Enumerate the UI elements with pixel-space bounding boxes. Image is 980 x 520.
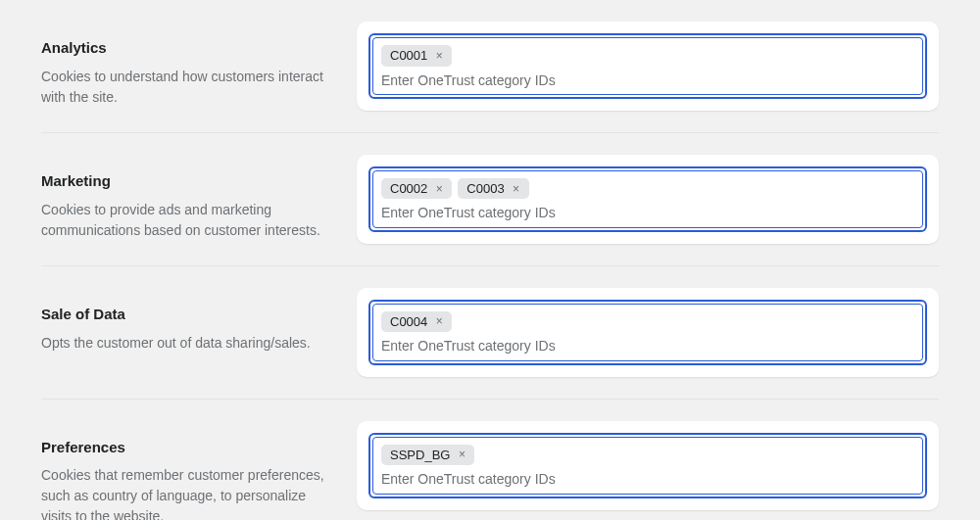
section-info: Sale of Data Opts the customer out of da… [41, 288, 325, 354]
tag: C0004 × [381, 311, 452, 333]
tag-input-focus-ring: C0002 × C0003 × [368, 166, 927, 232]
tag-remove-icon[interactable]: × [432, 49, 446, 63]
section-title: Sale of Data [41, 304, 325, 325]
tag-input-field[interactable] [381, 469, 914, 487]
section-info: Analytics Cookies to understand how cust… [41, 22, 325, 108]
section-sale-of-data: Sale of Data Opts the customer out of da… [41, 266, 939, 400]
tag: C0003 × [458, 178, 528, 200]
onetrust-category-settings: Analytics Cookies to understand how cust… [0, 0, 980, 520]
section-card: C0001 × [357, 22, 939, 111]
tag-label: C0001 [390, 48, 427, 64]
tag-input-focus-ring: SSPD_BG × [368, 433, 927, 498]
section-info: Preferences Cookies that remember custom… [41, 421, 325, 520]
tag-list: SSPD_BG × [381, 445, 914, 466]
section-description: Cookies to understand how customers inte… [41, 67, 325, 108]
tag-list: C0004 × [381, 311, 914, 333]
section-card: C0004 × [357, 288, 939, 377]
section-marketing: Marketing Cookies to provide ads and mar… [41, 133, 939, 266]
tag-input-field[interactable] [381, 71, 914, 88]
tag-remove-icon[interactable]: × [510, 182, 523, 196]
tag: C0001 × [381, 45, 452, 67]
section-info: Marketing Cookies to provide ads and mar… [41, 155, 325, 241]
tag-label: C0003 [466, 181, 504, 197]
tag: C0002 × [381, 178, 452, 200]
section-analytics: Analytics Cookies to understand how cust… [41, 0, 939, 133]
tag-input-marketing[interactable]: C0002 × C0003 × [372, 170, 923, 228]
section-card: SSPD_BG × [357, 421, 939, 510]
section-card: C0002 × C0003 × [357, 155, 939, 244]
tag-input-field[interactable] [381, 336, 914, 354]
section-description: Opts the customer out of data sharing/sa… [41, 333, 325, 354]
tag-list: C0001 × [381, 45, 914, 67]
tag-input-focus-ring: C0004 × [368, 300, 927, 365]
tag-label: C0002 [390, 181, 427, 197]
section-description: Cookies to provide ads and marketing com… [41, 200, 325, 241]
tag-remove-icon[interactable]: × [455, 448, 468, 461]
section-title: Marketing [41, 170, 325, 192]
tag: SSPD_BG × [381, 445, 474, 466]
tag-remove-icon[interactable]: × [432, 182, 446, 196]
tag-input-analytics[interactable]: C0001 × [372, 37, 923, 95]
tag-input-focus-ring: C0001 × [368, 33, 927, 99]
tag-list: C0002 × C0003 × [381, 178, 914, 200]
tag-input-sale-of-data[interactable]: C0004 × [372, 304, 923, 361]
tag-remove-icon[interactable]: × [432, 315, 446, 329]
tag-input-preferences[interactable]: SSPD_BG × [372, 437, 923, 495]
section-preferences: Preferences Cookies that remember custom… [41, 400, 939, 520]
section-title: Analytics [41, 37, 325, 59]
tag-input-field[interactable] [381, 203, 914, 220]
tag-label: SSPD_BG [390, 448, 450, 463]
section-description: Cookies that remember customer preferenc… [41, 465, 325, 520]
section-title: Preferences [41, 437, 325, 458]
tag-label: C0004 [390, 314, 427, 330]
